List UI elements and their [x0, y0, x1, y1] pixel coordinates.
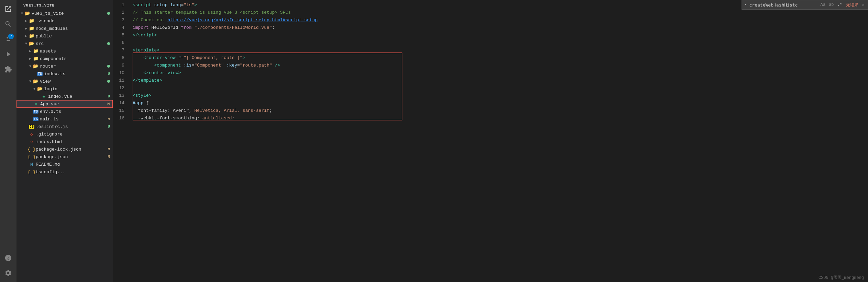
tree-label: components: [40, 56, 113, 61]
tree-label: .vscode: [36, 19, 113, 24]
no-result-label: 无结果: [846, 2, 858, 8]
svg-point-1: [9, 40, 10, 41]
line-number: 5: [113, 32, 130, 39]
tree-item-src[interactable]: ▼ 📂 src: [16, 40, 113, 47]
expand-arrow: ▼: [32, 86, 37, 92]
file-badge: U: [108, 125, 110, 129]
line-content: -webkit-font-smoothing: antialiased;: [130, 115, 234, 122]
folder-open-icon: 📂: [29, 41, 34, 46]
code-line: 8 <router-view #="{ Component, route }">: [113, 54, 868, 62]
tree-item-index-ts[interactable]: ▶ TS index.ts U: [16, 70, 113, 78]
code-line: 16 -webkit-font-smoothing: antialiased;: [113, 115, 868, 122]
tree-label: package.json: [36, 154, 108, 160]
tree-label: public: [36, 34, 113, 39]
code-line: 11 </template>: [113, 77, 868, 84]
file-badge: M: [108, 147, 110, 151]
tree-item-index-html[interactable]: ▶ ◇ index.html: [16, 138, 113, 145]
use-regex-btn[interactable]: .*: [836, 2, 843, 8]
folder-icon: 📁: [29, 18, 34, 24]
folder-open-icon: 📂: [33, 63, 38, 69]
tree-item-router[interactable]: ▼ 📂 router: [16, 62, 113, 70]
match-case-btn[interactable]: Aa: [820, 2, 826, 8]
tree-item-login-index-vue[interactable]: ▶ ◈ index.vue U: [16, 93, 113, 100]
tree-item-env-d-ts[interactable]: ▶ TS env.d.ts: [16, 108, 113, 115]
line-content: import HelloWorld from "./components/Hel…: [130, 24, 275, 32]
folder-icon: 📁: [29, 33, 34, 39]
match-word-btn[interactable]: ab: [828, 2, 835, 8]
json-icon: { }: [29, 146, 34, 152]
code-line: 6: [113, 39, 868, 47]
line-content: <template>: [130, 47, 159, 54]
code-line: 4 import HelloWorld from "./components/H…: [113, 24, 868, 32]
extensions-icon[interactable]: [2, 63, 14, 75]
line-number: 8: [113, 54, 130, 62]
tree-item-vscode[interactable]: ▶ 📁 .vscode: [16, 17, 113, 25]
tree-item-main-ts[interactable]: ▶ TS main.ts M: [16, 115, 113, 123]
explorer-icon[interactable]: [2, 3, 14, 15]
vue-icon: ◈: [41, 94, 47, 99]
line-number: 11: [113, 77, 130, 84]
line-number: 10: [113, 69, 130, 77]
run-icon[interactable]: [2, 48, 14, 60]
tree-label: env.d.ts: [40, 109, 113, 114]
line-number: 2: [113, 9, 130, 16]
code-editor[interactable]: 1 <script setup lang="ts"> 2 // This sta…: [113, 0, 868, 282]
line-number: 3: [113, 16, 130, 24]
line-content: // This starter template is using Vue 3 …: [130, 9, 291, 16]
line-content: <script setup lang="ts">: [130, 1, 197, 9]
md-icon: M: [29, 162, 34, 167]
tree-label: login: [44, 86, 113, 92]
tree-item-package-json[interactable]: ▶ { } package.json M: [16, 153, 113, 161]
json-icon: { }: [29, 169, 34, 175]
modified-dot: [107, 80, 110, 83]
tree-item-app-vue[interactable]: ▶ ◈ App.vue M: [16, 100, 113, 108]
sidebar-title: VUE3_TS_VITE: [16, 0, 113, 10]
line-number: 15: [113, 107, 130, 115]
modified-dot: [107, 42, 110, 45]
expand-arrow: ▶: [27, 56, 33, 61]
tree-label: node_modules: [36, 26, 113, 31]
search-input[interactable]: [749, 2, 818, 8]
settings-icon[interactable]: [2, 267, 14, 279]
tree-item-view[interactable]: ▼ 📂 view: [16, 78, 113, 85]
tree-label: main.ts: [40, 117, 108, 122]
search-activity-icon[interactable]: [2, 18, 14, 30]
tree-item-node-modules[interactable]: ▶ 📁 node_modules: [16, 25, 113, 32]
account-icon[interactable]: [2, 252, 14, 264]
source-control-icon[interactable]: 7 7: [2, 33, 14, 45]
vue-icon: ◈: [33, 101, 39, 107]
tree-item-assets[interactable]: ▶ 📁 assets: [16, 47, 113, 55]
ts-icon: TS: [33, 109, 38, 114]
line-content: // Check out https://vuejs.org/api/sfc-s…: [130, 16, 318, 24]
tree-item-gitignore[interactable]: ▶ ◇ .gitignore: [16, 130, 113, 138]
line-content: [130, 84, 135, 92]
tree-item-public[interactable]: ▶ 📁 public: [16, 32, 113, 40]
file-badge: M: [108, 117, 110, 121]
find-widget: › Aa ab .* 无结果 ✕: [742, 0, 868, 10]
tree-item-components[interactable]: ▶ 📁 components: [16, 55, 113, 62]
line-content: <component :is="Component" :key="route.p…: [130, 62, 280, 69]
tree-label: vue3_ts_vite: [32, 11, 107, 16]
code-line: 10 </router-view>: [113, 69, 868, 77]
tree-item-eslintrc[interactable]: ▶ JS .eslintrc.js U: [16, 123, 113, 130]
line-content: <style>: [130, 92, 152, 99]
tree-item-root[interactable]: ▼ 📂 vue3_ts_vite: [16, 10, 113, 17]
line-content: </router-view>: [130, 69, 181, 77]
tree-item-tsconfig[interactable]: ▶ { } tsconfig...: [16, 168, 113, 176]
json-icon: { }: [29, 154, 34, 160]
tree-label: router: [40, 64, 107, 69]
tree-item-login[interactable]: ▼ 📂 login: [16, 85, 113, 93]
folder-icon: 📁: [29, 26, 34, 31]
folder-open-icon: 📂: [25, 11, 30, 16]
tree-item-readme[interactable]: ▶ M README.md: [16, 161, 113, 168]
code-line: 7 <template>: [113, 47, 868, 54]
tree-item-package-lock[interactable]: ▶ { } package-lock.json M: [16, 145, 113, 153]
code-line: 9 <component :is="Component" :key="route…: [113, 62, 868, 69]
expand-arrow: ▼: [23, 41, 29, 46]
file-badge: M: [108, 155, 110, 159]
close-search-btn[interactable]: ✕: [861, 2, 866, 8]
ts-icon: TS: [33, 116, 38, 122]
line-number: 7: [113, 47, 130, 54]
editor-area: › Aa ab .* 无结果 ✕ 1 <script setup lang="t…: [113, 0, 868, 282]
tree-label: index.vue: [48, 94, 108, 99]
